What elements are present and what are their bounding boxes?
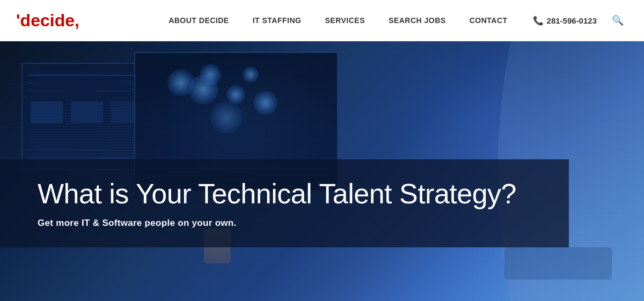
- phone-text: 281-596-0123: [547, 16, 597, 25]
- hero-subheadline: Get more IT & Software people on your ow…: [38, 218, 537, 229]
- phone-number[interactable]: 📞 281-596-0123: [525, 16, 605, 26]
- nav-item-contact: CONTACT: [458, 16, 519, 25]
- main-nav: 'decide, ABOUT DECIDE IT STAFFING SERVIC…: [0, 0, 644, 41]
- hero-headline: What is Your Technical Talent Strategy?: [38, 178, 537, 210]
- nav-menu: ABOUT DECIDE IT STAFFING SERVICES SEARCH…: [157, 16, 519, 25]
- logo[interactable]: 'decide,: [16, 11, 79, 31]
- phone-icon: 📞: [533, 16, 544, 26]
- keyboard-hint: [504, 247, 612, 280]
- hero-text-band: What is Your Technical Talent Strategy? …: [0, 159, 569, 247]
- nav-link-about[interactable]: ABOUT DECIDE: [157, 16, 241, 25]
- nav-link-contact[interactable]: CONTACT: [458, 16, 519, 25]
- logo-text: 'decide,: [16, 11, 79, 31]
- search-button[interactable]: 🔍: [608, 14, 628, 26]
- nav-item-staffing: IT STAFFING: [241, 16, 313, 25]
- search-icon: 🔍: [612, 15, 624, 26]
- nav-item-search-jobs: SEARCH JOBS: [377, 16, 458, 25]
- nav-link-staffing[interactable]: IT STAFFING: [241, 16, 313, 25]
- nav-item-about: ABOUT DECIDE: [157, 16, 241, 25]
- nav-link-services[interactable]: SERVICES: [313, 16, 377, 25]
- nav-link-search-jobs[interactable]: SEARCH JOBS: [377, 16, 458, 25]
- nav-item-services: SERVICES: [313, 16, 377, 25]
- hero-section: What is Your Technical Talent Strategy? …: [0, 41, 644, 301]
